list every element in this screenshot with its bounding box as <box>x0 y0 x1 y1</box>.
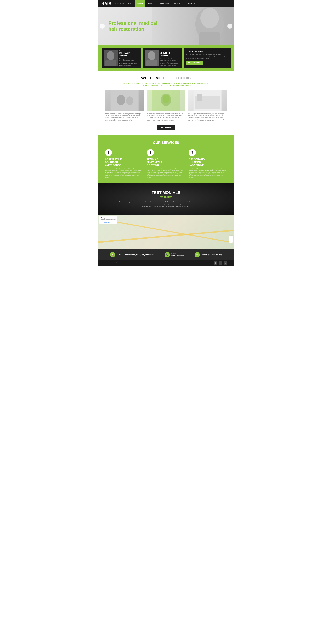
svg-rect-17 <box>197 94 202 101</box>
map-zoom-out-button[interactable]: − <box>229 239 233 242</box>
svg-point-14 <box>162 95 169 103</box>
welcome-card-img-2 <box>147 90 185 111</box>
hero-next-button[interactable]: › <box>227 24 232 28</box>
welcome-cards: Aliquam dapibus tincidunt metus. Praesen… <box>105 90 227 122</box>
welcome-section: WELCOME TO OUR CLINIC LOREM IPSUM DOLOR … <box>98 70 234 136</box>
address-text: 8901 Marmora Road, Glasgow, D04 89GR <box>117 254 154 256</box>
email-address: Admin@demoLink.org <box>201 254 222 256</box>
nav-contacts[interactable]: CONTACTS <box>182 0 197 6</box>
phone-icon: 📞 <box>165 252 170 257</box>
copyright-text: Hair transplantation © 2013. Privacy Pol… <box>105 262 128 264</box>
doctors-section: Dr. BERNARD SMITH Lorem ipsum dolor sit … <box>98 45 234 70</box>
reservations-button[interactable]: RESERVATIONS <box>186 61 203 65</box>
service-item-2: 2 TENIM AD MINIM VENIA NOSTRUD Lorem ips… <box>147 149 185 178</box>
map-country: Glasgow, Glasgow City, UK <box>101 218 116 220</box>
nav-about[interactable]: ABOUT <box>145 0 157 6</box>
welcome-title: WELCOME TO OUR CLINIC <box>105 76 227 80</box>
doctor-info-1: Dr. BERNARD SMITH Lorem ipsum dolor sit … <box>119 50 139 66</box>
nav-news[interactable]: NEWS <box>171 0 182 6</box>
welcome-card-2: Aliquam dapibus tincidunt metus. Praesen… <box>147 90 185 122</box>
services-section: OUR SERVICES 1 LOREM IPSUM DOLOR SIT AME… <box>98 136 234 184</box>
map-road-2 <box>99 218 233 243</box>
doctor-photo-2 <box>145 50 159 66</box>
hero-content: Professional medical hair restoration <box>98 20 168 32</box>
doctor-info-2: Dr. JENNIFER SMITH Lorem ipsum dolor sit… <box>160 50 180 66</box>
service-name-1: LOREM IPSUM DOLOR SIT AMET CONSE <box>105 158 143 166</box>
nav-services[interactable]: SERVICES <box>157 0 171 6</box>
svg-rect-2 <box>199 32 220 45</box>
map-save-link[interactable]: Save <box>108 220 110 222</box>
doctor-photo-1 <box>104 50 118 66</box>
read-more-button[interactable]: READ MORE <box>157 125 175 130</box>
services-grid: 1 LOREM IPSUM DOLOR SIT AMET CONSE Lorem… <box>105 149 227 178</box>
map-directions-link[interactable]: Directions <box>101 220 106 222</box>
service-desc-1: Lorem ipsum dolor sit amet conse ctetur … <box>105 168 143 178</box>
phone-number: 800 2345 6789 <box>171 254 184 256</box>
clinic-hours-card: CLINIC HOURS Mon - Fri: 9am - 8pm Sat - … <box>184 48 231 68</box>
testimonials-bg <box>98 184 234 214</box>
welcome-card-3: Aliquam dapibus tincidunt metus. Praesen… <box>188 90 227 122</box>
header: Hair TRANSPLANTATION HOME ABOUT SERVICES… <box>98 0 234 7</box>
map-section: Glasgow Glasgow, Glasgow City, UK Direct… <box>98 214 234 250</box>
home-icon: 🏠 <box>110 252 115 257</box>
testimonials-subtitle: SED AT JUSTO <box>105 196 227 198</box>
hero-title: Professional medical hair restoration <box>109 20 157 32</box>
testimonials-text: Cum sociis natoque penatibus et magnis d… <box>118 201 214 208</box>
footer-bottom: Hair transplantation © 2013. Privacy Pol… <box>98 260 234 266</box>
map-zoom-in-button[interactable]: + <box>229 236 233 239</box>
testimonials-title: TESTIMONIALS <box>105 190 227 195</box>
map-overlay: Glasgow Glasgow, Glasgow City, UK Direct… <box>99 216 117 224</box>
twitter-icon[interactable]: t <box>224 261 227 265</box>
service-number-1: 1 <box>105 149 112 156</box>
service-desc-2: Lorem ipsum dolor sit amet conse ctetur … <box>147 168 185 178</box>
footer-info: 🏠 8901 Marmora Road, Glasgow, D04 89GR 📞… <box>98 250 234 260</box>
map-larger-link[interactable]: View larger map <box>101 222 110 223</box>
map-road-1 <box>98 230 234 243</box>
nav-home[interactable]: HOME <box>135 0 145 6</box>
map-links: Directions Save <box>101 220 116 222</box>
email-icon: ✉ <box>195 252 200 257</box>
footer-email: ✉ Admin@demoLink.org <box>195 252 222 257</box>
svg-point-10 <box>117 95 125 105</box>
welcome-card-img-3 <box>188 90 227 111</box>
welcome-subtitle: LOREM IPSUM DOLOR SIT AMET CONSE CTETUR … <box>105 82 227 87</box>
main-nav: HOME ABOUT SERVICES NEWS CONTACTS <box>135 0 197 6</box>
service-name-2: TENIM AD MINIM VENIA NOSTRUD <box>147 158 185 166</box>
svg-point-7 <box>148 51 155 60</box>
services-title: OUR SERVICES <box>105 141 227 145</box>
svg-rect-5 <box>105 60 116 66</box>
svg-point-11 <box>126 96 133 105</box>
googleplus-icon[interactable]: g+ <box>219 261 222 265</box>
doctor-card-1: Dr. BERNARD SMITH Lorem ipsum dolor sit … <box>102 48 141 68</box>
logo: Hair TRANSPLANTATION <box>102 1 131 6</box>
svg-point-4 <box>107 51 114 60</box>
call-us-label: Call us: <box>171 253 184 254</box>
hero-section: ‹ Professional medical hair restoration … <box>98 7 234 45</box>
footer-address: 🏠 8901 Marmora Road, Glasgow, D04 89GR <box>110 252 154 257</box>
map-zoom-controls: + − <box>229 236 233 242</box>
service-name-3: EXERCITATIO ULLAMCO LABORIS NIS <box>189 158 227 166</box>
testimonials-section: TESTIMONIALS SED AT JUSTO Cum sociis nat… <box>98 184 234 214</box>
map-city: Glasgow <box>101 217 116 218</box>
service-desc-3: Lorem ipsum dolor sit amet conse ctetur … <box>189 168 227 178</box>
service-item-3: 3 EXERCITATIO ULLAMCO LABORIS NIS Lorem … <box>189 149 227 178</box>
service-item-1: 1 LOREM IPSUM DOLOR SIT AMET CONSE Lorem… <box>105 149 143 178</box>
svg-point-1 <box>200 8 219 28</box>
welcome-card-1: Aliquam dapibus tincidunt metus. Praesen… <box>105 90 144 122</box>
hero-prev-button[interactable]: ‹ <box>100 24 105 28</box>
footer-phone: 📞 Call us: 800 2345 6789 <box>165 252 184 257</box>
service-number-3: 3 <box>189 149 196 156</box>
welcome-card-img-1 <box>105 90 144 111</box>
map-placeholder: Glasgow Glasgow, Glasgow City, UK Direct… <box>98 214 234 250</box>
svg-rect-8 <box>146 60 157 66</box>
doctor-card-2: Dr. JENNIFER SMITH Lorem ipsum dolor sit… <box>143 48 182 68</box>
social-icons: f g+ t <box>214 261 227 265</box>
service-number-2: 2 <box>147 149 154 156</box>
facebook-icon[interactable]: f <box>214 261 217 265</box>
